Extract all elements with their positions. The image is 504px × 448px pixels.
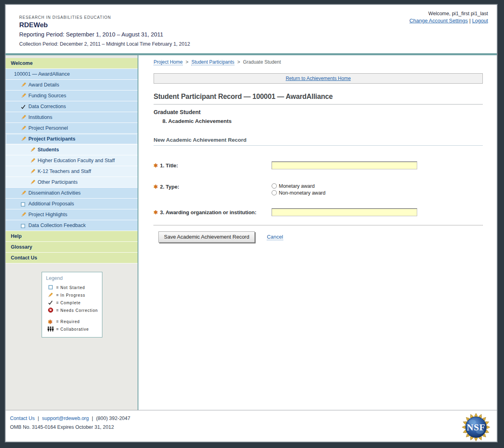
sidebar-item-label: Glossary bbox=[11, 244, 32, 250]
collection-period: Collection Period: December 2, 2011 – Mi… bbox=[19, 41, 497, 47]
sidebar-item-100001-awardalliance[interactable]: 100001 — AwardAlliance bbox=[6, 69, 138, 80]
non-monetary-award-label: Non-monetary award bbox=[279, 190, 326, 196]
breadcrumb-separator: > bbox=[237, 59, 240, 65]
pencil-icon bbox=[30, 156, 37, 166]
legend-title: Legend bbox=[46, 275, 99, 281]
legend-equals: = bbox=[55, 285, 60, 290]
legend-item-required: ✱=Required bbox=[46, 318, 99, 325]
legend-item-needs-correction: =Needs Correction bbox=[46, 307, 99, 314]
pencil-icon bbox=[21, 210, 28, 220]
section-heading: 8. Academic Achievements bbox=[162, 118, 483, 124]
square-icon bbox=[21, 221, 28, 231]
pencil-icon bbox=[21, 91, 28, 101]
nsf-logo-text: NSF bbox=[467, 422, 485, 432]
sidebar-item-label: Dissemination Activities bbox=[28, 190, 81, 196]
legend-item-label: Needs Correction bbox=[60, 308, 98, 313]
form-title: New Academic Achievement Record bbox=[154, 137, 483, 146]
omb-notice: OMB No. 3145-0164 Expires October 31, 20… bbox=[10, 424, 497, 430]
sidebar-item-k-12-teachers-and-staff[interactable]: K-12 Teachers and Staff bbox=[6, 166, 138, 177]
legend-item-label: In Progress bbox=[60, 293, 85, 297]
sidebar-item-welcome[interactable]: Welcome bbox=[6, 58, 138, 69]
non-monetary-award-option: Non-monetary award bbox=[272, 189, 326, 196]
awarding-organization-label: ✱3. Awarding organization or institution… bbox=[154, 208, 272, 216]
sidebar-item-label: Data Corrections bbox=[28, 104, 66, 109]
breadcrumb-project-home-link[interactable]: Project Home bbox=[154, 59, 183, 65]
sidebar-item-additional-proposals[interactable]: Additional Proposals bbox=[6, 199, 138, 209]
sidebar-item-label: Contact Us bbox=[11, 255, 37, 261]
footer: Contact Us | support@rdeweb.org | (800) … bbox=[6, 410, 497, 442]
square-icon bbox=[21, 199, 28, 209]
legend-item-label: Required bbox=[60, 319, 80, 324]
breadcrumb: Project Home > Student Participants > Gr… bbox=[154, 59, 483, 65]
sidebar-item-label: Funding Sources bbox=[28, 93, 66, 98]
sidebar-item-help[interactable]: Help bbox=[6, 231, 138, 242]
nsf-logo: NSF bbox=[461, 412, 491, 442]
sidebar-item-glossary[interactable]: Glossary bbox=[6, 242, 138, 253]
sidebar-item-label: Additional Proposals bbox=[28, 201, 74, 207]
sidebar-item-data-corrections[interactable]: Data Corrections bbox=[6, 101, 138, 112]
footer-contact-us-link[interactable]: Contact Us bbox=[10, 416, 35, 421]
sidebar-item-label: Institutions bbox=[28, 115, 52, 120]
change-account-settings-link[interactable]: Change Account Settings bbox=[410, 18, 468, 24]
title-field-row: ✱1. Title: bbox=[154, 161, 483, 169]
sidebar-item-award-details[interactable]: Award Details bbox=[6, 80, 138, 90]
sidebar-item-label: Project Participants bbox=[28, 136, 75, 142]
sidebar-nav: Welcome100001 — AwardAllianceAward Detai… bbox=[6, 58, 138, 263]
sidebar-item-project-participants[interactable]: Project Participants bbox=[6, 134, 138, 145]
field-label-text: 3. Awarding organization or institution: bbox=[160, 209, 256, 215]
footer-separator: | bbox=[38, 416, 39, 421]
legend-equals: = bbox=[55, 308, 60, 313]
people-icon bbox=[46, 326, 55, 332]
pencil-icon bbox=[21, 113, 28, 123]
non-monetary-award-radio[interactable] bbox=[272, 190, 277, 195]
logout-link[interactable]: Logout bbox=[472, 18, 488, 24]
form-separator bbox=[154, 225, 483, 225]
account-links: Change Account Settings | Logout bbox=[410, 18, 488, 24]
type-radio-group: Monetary award Non-monetary award bbox=[272, 183, 326, 196]
sidebar-item-other-participants[interactable]: Other Participants bbox=[6, 177, 138, 188]
pencil-icon bbox=[30, 145, 37, 155]
breadcrumb-student-participants-link[interactable]: Student Participants bbox=[191, 59, 234, 65]
cancel-link[interactable]: Cancel bbox=[267, 234, 283, 240]
page: RESEARCH IN DISABILITIES EDUCATION RDEWe… bbox=[5, 4, 498, 442]
sidebar-item-funding-sources[interactable]: Funding Sources bbox=[6, 90, 138, 101]
legend-item-label: Collaborative bbox=[60, 327, 89, 331]
sidebar-item-project-highlights[interactable]: Project Highlights bbox=[6, 209, 138, 220]
sidebar-item-label: Project Personnel bbox=[28, 125, 68, 131]
legend-items: =Not Started=In Progress=Complete=Needs … bbox=[46, 284, 99, 333]
monetary-award-radio[interactable] bbox=[272, 183, 277, 189]
sidebar-item-dissemination-activities[interactable]: Dissemination Activities bbox=[6, 188, 138, 199]
legend-box: Legend =Not Started=In Progress=Complete… bbox=[42, 272, 102, 338]
awarding-organization-input[interactable] bbox=[272, 208, 417, 216]
sidebar-item-students[interactable]: Students bbox=[6, 145, 138, 155]
page-title: Student Participant Record — 100001 — Aw… bbox=[154, 92, 483, 104]
legend-item-label: Complete bbox=[60, 301, 81, 305]
pencil-icon bbox=[21, 123, 28, 134]
monetary-award-label: Monetary award bbox=[279, 183, 315, 189]
graduate-student-subtitle: Graduate Student bbox=[154, 109, 483, 115]
pencil-icon bbox=[30, 177, 37, 188]
sidebar-item-institutions[interactable]: Institutions bbox=[6, 112, 138, 123]
sidebar-item-contact-us[interactable]: Contact Us bbox=[6, 253, 138, 263]
button-row: Save Academic Achievement Record Cancel bbox=[154, 231, 483, 243]
title-input[interactable] bbox=[272, 161, 417, 169]
sidebar-item-label: 100001 — AwardAlliance bbox=[14, 71, 70, 77]
pencil-icon bbox=[21, 80, 28, 90]
sidebar-item-label: Award Details bbox=[28, 82, 59, 88]
footer-email-link[interactable]: support@rdeweb.org bbox=[42, 416, 89, 421]
legend-item-label: Not Started bbox=[60, 285, 85, 290]
sidebar-item-data-collection-feedback[interactable]: Data Collection Feedback bbox=[6, 220, 138, 231]
sidebar-item-higher-education-faculty-and-staff[interactable]: Higher Education Faculty and Staff bbox=[6, 155, 138, 166]
legend-equals: = bbox=[55, 301, 60, 305]
sidebar-item-label: Welcome bbox=[11, 60, 33, 66]
field-label-text: 1. Title: bbox=[160, 163, 178, 169]
check-icon bbox=[46, 300, 55, 306]
main: Project Home > Student Participants > Gr… bbox=[138, 55, 497, 410]
return-to-achievements-home-link[interactable]: Return to Achievements Home bbox=[286, 76, 351, 81]
sidebar-item-label: Higher Education Faculty and Staff bbox=[38, 158, 115, 163]
legend-item-complete: =Complete bbox=[46, 299, 99, 307]
required-icon: ✱ bbox=[154, 163, 158, 169]
save-academic-achievement-button[interactable]: Save Academic Achievement Record bbox=[158, 231, 255, 243]
sidebar-item-project-personnel[interactable]: Project Personnel bbox=[6, 123, 138, 134]
breadcrumb-separator: > bbox=[186, 59, 188, 65]
